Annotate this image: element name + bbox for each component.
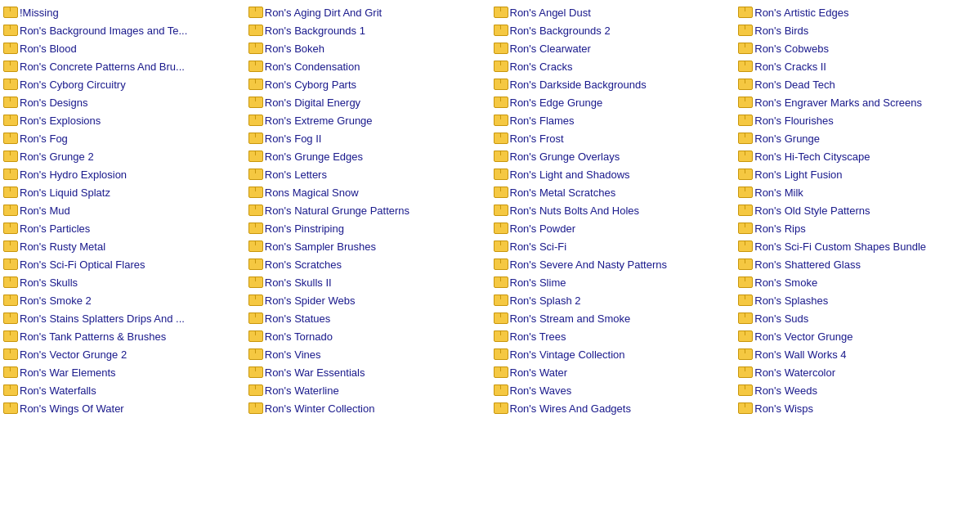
list-item[interactable]: Ron's Flourishes — [735, 111, 980, 129]
list-item[interactable]: Ron's Old Style Patterns — [735, 201, 980, 219]
list-item[interactable]: Ron's Light Fusion — [735, 165, 980, 183]
list-item[interactable]: Ron's Smoke — [735, 273, 980, 291]
list-item[interactable]: Ron's Cobwebs — [735, 39, 980, 57]
list-item[interactable]: Ron's Wisps — [735, 399, 980, 417]
list-item[interactable]: Ron's Light and Shadows — [490, 165, 736, 183]
list-item[interactable]: Ron's Grunge — [735, 129, 980, 147]
list-item[interactable]: Ron's War Elements — [0, 363, 245, 381]
list-item[interactable]: Ron's Wall Works 4 — [735, 345, 980, 363]
list-item[interactable]: Ron's Dead Tech — [735, 75, 980, 93]
folder-icon — [248, 276, 262, 288]
list-item[interactable]: Ron's Clearwater — [490, 39, 736, 57]
list-item[interactable]: Ron's Skulls II — [245, 273, 490, 291]
list-item[interactable]: Ron's War Essentials — [245, 363, 490, 381]
list-item[interactable]: Ron's Concrete Patterns And Bru... — [0, 57, 245, 75]
list-item[interactable]: Ron's Explosions — [0, 111, 245, 129]
list-item[interactable]: Ron's Suds — [735, 309, 980, 327]
folder-label: Ron's Mud — [20, 205, 70, 217]
list-item[interactable]: Ron's Waves — [490, 381, 736, 399]
list-item[interactable]: Ron's Sci-Fi Custom Shapes Bundle — [735, 237, 980, 255]
list-item[interactable]: Ron's Scratches — [245, 255, 490, 273]
list-item[interactable]: Ron's Splashes — [735, 291, 980, 309]
list-item[interactable]: Ron's Waterfalls — [0, 381, 245, 399]
list-item[interactable]: Ron's Pinstriping — [245, 219, 490, 237]
list-item[interactable]: Ron's Metal Scratches — [490, 183, 736, 201]
list-item[interactable]: Ron's Cracks II — [735, 57, 980, 75]
list-item[interactable]: Ron's Backgrounds 1 — [245, 21, 490, 39]
list-item[interactable]: Ron's Smoke 2 — [0, 291, 245, 309]
list-item[interactable]: Ron's Water — [490, 363, 736, 381]
list-item[interactable]: Ron's Birds — [735, 21, 980, 39]
list-item[interactable]: Ron's Grunge Edges — [245, 147, 490, 165]
list-item[interactable]: Ron's Letters — [245, 165, 490, 183]
list-item[interactable]: Ron's Liquid Splatz — [0, 183, 245, 201]
list-item[interactable]: Ron's Tornado — [245, 327, 490, 345]
list-item[interactable]: Ron's Winter Collection — [245, 399, 490, 417]
list-item[interactable]: Ron's Waterline — [245, 381, 490, 399]
list-item[interactable]: Ron's Darkside Backgrounds — [490, 75, 736, 93]
list-item[interactable]: Ron's Angel Dust — [490, 3, 736, 21]
list-item[interactable]: Ron's Cyborg Circuitry — [0, 75, 245, 93]
list-item[interactable]: Ron's Fog — [0, 129, 245, 147]
list-item[interactable]: Ron's Background Images and Te... — [0, 21, 245, 39]
list-item[interactable]: Rons Magical Snow — [245, 183, 490, 201]
list-item[interactable]: Ron's Frost — [490, 129, 736, 147]
list-item[interactable]: Ron's Wires And Gadgets — [490, 399, 736, 417]
list-item[interactable]: Ron's Milk — [735, 183, 980, 201]
list-item[interactable]: Ron's Shattered Glass — [735, 255, 980, 273]
folder-label: Ron's Wires And Gadgets — [510, 402, 631, 415]
list-item[interactable]: Ron's Artistic Edges — [735, 3, 980, 21]
list-item[interactable]: Ron's Grunge 2 — [0, 147, 245, 165]
list-item[interactable]: Ron's Vector Grunge — [735, 327, 980, 345]
folder-label: Ron's Rips — [754, 223, 805, 235]
list-item[interactable]: Ron's Severe And Nasty Patterns — [490, 255, 736, 273]
list-item[interactable]: Ron's Trees — [490, 327, 736, 345]
list-item[interactable]: Ron's Rusty Metal — [0, 237, 245, 255]
list-item[interactable]: Ron's Backgrounds 2 — [490, 21, 736, 39]
list-item[interactable]: Ron's Edge Grunge — [490, 93, 736, 111]
list-item[interactable]: Ron's Vector Grunge 2 — [0, 345, 245, 363]
list-item[interactable]: Ron's Spider Webs — [245, 291, 490, 309]
list-item[interactable]: Ron's Condensation — [245, 57, 490, 75]
list-item[interactable]: Ron's Sampler Brushes — [245, 237, 490, 255]
list-item[interactable]: Ron's Grunge Overlays — [490, 147, 736, 165]
list-item[interactable]: Ron's Hi-Tech Cityscape — [735, 147, 980, 165]
folder-icon — [494, 79, 507, 90]
list-item[interactable]: Ron's Skulls — [0, 273, 245, 291]
list-item[interactable]: Ron's Particles — [0, 219, 245, 237]
list-item[interactable]: Ron's Splash 2 — [490, 291, 736, 309]
list-item[interactable]: Ron's Slime — [490, 273, 736, 291]
list-item[interactable]: Ron's Sci-Fi — [490, 237, 736, 255]
list-item[interactable]: Ron's Hydro Explosion — [0, 165, 245, 183]
list-item[interactable]: Ron's Flames — [490, 111, 736, 129]
folder-icon — [248, 7, 262, 18]
list-item[interactable]: Ron's Watercolor — [735, 363, 980, 381]
list-item[interactable]: Ron's Nuts Bolts And Holes — [490, 201, 736, 219]
list-item[interactable]: Ron's Fog II — [245, 129, 490, 147]
list-item[interactable]: Ron's Vintage Collection — [490, 345, 736, 363]
folder-icon — [3, 402, 16, 414]
list-item[interactable]: Ron's Cracks — [490, 57, 736, 75]
list-item[interactable]: Ron's Designs — [0, 93, 245, 111]
list-item[interactable]: Ron's Blood — [0, 39, 245, 57]
list-item[interactable]: !Missing — [0, 3, 245, 21]
list-item[interactable]: Ron's Tank Patterns & Brushes — [0, 327, 245, 345]
list-item[interactable]: Ron's Extreme Grunge — [245, 111, 490, 129]
list-item[interactable]: Ron's Weeds — [735, 381, 980, 399]
list-item[interactable]: Ron's Cyborg Parts — [245, 75, 490, 93]
folder-icon — [494, 330, 507, 342]
list-item[interactable]: Ron's Aging Dirt And Grit — [245, 3, 490, 21]
list-item[interactable]: Ron's Stains Splatters Drips And ... — [0, 309, 245, 327]
list-item[interactable]: Ron's Natural Grunge Patterns — [245, 201, 490, 219]
list-item[interactable]: Ron's Mud — [0, 201, 245, 219]
list-item[interactable]: Ron's Statues — [245, 309, 490, 327]
list-item[interactable]: Ron's Digital Energy — [245, 93, 490, 111]
list-item[interactable]: Ron's Wings Of Water — [0, 399, 245, 417]
list-item[interactable]: Ron's Sci-Fi Optical Flares — [0, 255, 245, 273]
list-item[interactable]: Ron's Rips — [735, 219, 980, 237]
list-item[interactable]: Ron's Stream and Smoke — [490, 309, 736, 327]
list-item[interactable]: Ron's Vines — [245, 345, 490, 363]
list-item[interactable]: Ron's Powder — [490, 219, 736, 237]
list-item[interactable]: Ron's Bokeh — [245, 39, 490, 57]
list-item[interactable]: Ron's Engraver Marks and Screens — [735, 93, 980, 111]
